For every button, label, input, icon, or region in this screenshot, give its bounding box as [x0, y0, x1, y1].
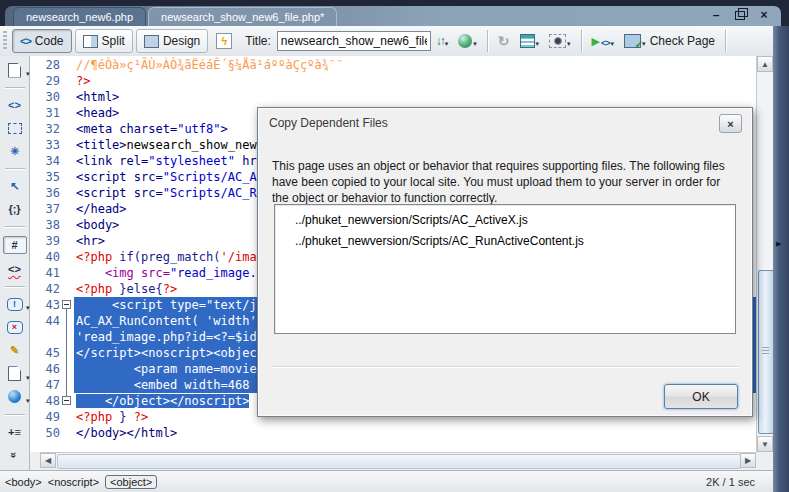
- code-text: <?php }else{?>: [74, 281, 177, 297]
- expand-all-icon[interactable]: ✳: [4, 143, 26, 159]
- design-view-label: Design: [163, 34, 200, 48]
- line-number: 33: [30, 137, 60, 153]
- document-tab[interactable]: newsearch_new6.php: [13, 7, 146, 26]
- dreamweaver-window: newsearch_new6.phpnewsearch_show_new6_fi…: [0, 0, 789, 492]
- horizontal-scrollbar[interactable]: ◀ ▶: [40, 452, 756, 468]
- dependent-files-list[interactable]: ../phuket_newversion/Scripts/AC_ActiveX.…: [274, 204, 736, 334]
- code-view-label: Code: [35, 34, 64, 48]
- move-css-icon[interactable]: ▾: [4, 389, 26, 405]
- collapse-full-tag-icon[interactable]: <>: [4, 97, 26, 113]
- dialog-separator: [272, 366, 738, 367]
- code-collapse-icon[interactable]: [62, 300, 71, 309]
- vertical-scrollbar[interactable]: ▲ ▼: [756, 56, 773, 452]
- line-number: 46: [30, 361, 60, 377]
- code-text: </object></noscript>: [74, 393, 249, 409]
- line-number: 40: [30, 249, 60, 265]
- status-bar: <body><noscript><object> 2K / 1 sec: [0, 470, 773, 492]
- restore-button[interactable]: [733, 8, 747, 22]
- fold-column: [60, 425, 74, 441]
- fold-column: [60, 297, 74, 313]
- coding-toolbar-divider: [5, 226, 25, 227]
- fold-column: [60, 137, 74, 153]
- select-parent-tag-icon[interactable]: ↖: [4, 178, 26, 194]
- apply-comment-icon[interactable]: !▾: [4, 296, 26, 312]
- line-number: 28: [30, 57, 60, 73]
- split-view-label: Split: [102, 34, 125, 48]
- line-numbers-icon[interactable]: #: [3, 236, 27, 254]
- split-view-button[interactable]: Split: [75, 29, 133, 53]
- scroll-down-arrow-icon[interactable]: ▼: [757, 436, 773, 452]
- coding-toolbar-divider: [5, 286, 25, 287]
- dialog-close-button[interactable]: ×: [719, 114, 742, 133]
- code-collapse-icon[interactable]: [62, 396, 71, 405]
- live-data-button[interactable]: ϟ: [212, 31, 236, 51]
- check-page-button[interactable]: ✓ ▾ Check Page: [620, 32, 719, 50]
- close-button[interactable]: ×: [757, 8, 771, 22]
- collapse-selection-icon[interactable]: [4, 120, 26, 136]
- tag-selector-item[interactable]: <noscript>: [48, 476, 99, 488]
- file-management-icon: ↓↑: [436, 34, 444, 48]
- code-text: </head>: [74, 201, 127, 217]
- highlight-invalid-code-icon[interactable]: <>: [4, 261, 26, 277]
- dialog-message: This page uses an object or behavior tha…: [272, 158, 736, 206]
- line-number: 47: [30, 377, 60, 393]
- code-text: <link rel="stylesheet" hre: [74, 153, 264, 169]
- visual-aids-eye-icon: [549, 34, 566, 48]
- view-options-button[interactable]: ▾: [516, 32, 544, 50]
- code-line[interactable]: 30<html>: [30, 89, 756, 105]
- panel-dock-collapse-arrow[interactable]: ▶: [776, 240, 781, 248]
- code-line[interactable]: 50</body></html>: [30, 425, 756, 441]
- line-number: 34: [30, 153, 60, 169]
- tag-selector-item[interactable]: <body>: [5, 476, 42, 488]
- chevron-down-icon: ▾: [26, 374, 30, 382]
- file-management-button[interactable]: ↓↑ ▾: [432, 32, 453, 50]
- code-line[interactable]: 28//¶éÒà»ç¹ÃÙ»ÀÒ¾ãËéáÊ´§¼Åã¹áººàÇçºà¾¨¨: [30, 57, 756, 73]
- dependent-file-item: ../phuket_newversion/Scripts/AC_ActiveX.…: [275, 205, 735, 231]
- wrap-tag-icon[interactable]: ✎: [4, 343, 26, 359]
- code-text: <title>newsearch_show_new6: [74, 137, 264, 153]
- lightning-icon: ϟ: [216, 33, 232, 49]
- scroll-up-arrow-icon[interactable]: ▲: [757, 56, 773, 72]
- fold-column: [60, 265, 74, 281]
- select-parent-tag-icon: ↖: [10, 180, 19, 193]
- scroll-right-arrow-icon[interactable]: ▶: [740, 453, 756, 468]
- fold-column: [60, 153, 74, 169]
- live-view-button[interactable]: ▶ <> ▾: [588, 33, 619, 50]
- fold-column: [60, 409, 74, 425]
- fold-column: [60, 169, 74, 185]
- vertical-scrollbar-thumb[interactable]: [758, 270, 774, 434]
- ok-button[interactable]: OK: [664, 384, 738, 409]
- title-field-label: Title:: [245, 34, 271, 48]
- title-input[interactable]: [277, 31, 431, 51]
- toolbar-grip[interactable]: [3, 31, 7, 51]
- code-text: <?php if(preg_match('/imag: [74, 249, 264, 265]
- preview-in-browser-button[interactable]: ▾: [454, 32, 481, 50]
- chevron-down-icon: ▾: [567, 40, 571, 48]
- remove-comment-icon[interactable]: ×: [4, 319, 26, 335]
- minimize-button[interactable]: –: [709, 8, 723, 22]
- scroll-left-arrow-icon[interactable]: ◀: [40, 453, 56, 468]
- recent-snippets-icon[interactable]: ▾: [4, 366, 26, 382]
- more-options-chevron-icon[interactable]: »: [4, 447, 26, 463]
- chevron-down-icon: ▾: [26, 304, 30, 312]
- horizontal-scrollbar-thumb[interactable]: [57, 454, 741, 469]
- scrollbar-grip-icon: [762, 347, 769, 354]
- play-icon: ▶: [592, 35, 600, 48]
- visual-aids-button[interactable]: ▾: [545, 32, 575, 50]
- split-view-icon: [83, 35, 98, 48]
- indent-code-icon: +≡: [8, 426, 21, 438]
- document-tab[interactable]: newsearch_show_new6_file.php*: [148, 7, 337, 26]
- fold-column: [60, 233, 74, 249]
- open-documents-icon[interactable]: ▾: [4, 62, 26, 78]
- refresh-button[interactable]: ↻: [494, 31, 514, 51]
- copy-dependent-files-dialog: Copy Dependent Files × This page uses an…: [257, 107, 753, 417]
- code-line[interactable]: 29?>: [30, 73, 756, 89]
- code-view-button[interactable]: <> Code: [12, 29, 72, 53]
- line-numbers-icon: #: [11, 239, 17, 251]
- balance-braces-icon[interactable]: {;}: [4, 201, 26, 217]
- tag-selector-item[interactable]: <object>: [105, 475, 157, 489]
- chevron-down-icon: ▾: [26, 397, 30, 405]
- indent-code-icon[interactable]: +≡: [4, 424, 26, 440]
- more-options-chevron-icon: »: [9, 452, 21, 458]
- design-view-button[interactable]: Design: [136, 29, 208, 53]
